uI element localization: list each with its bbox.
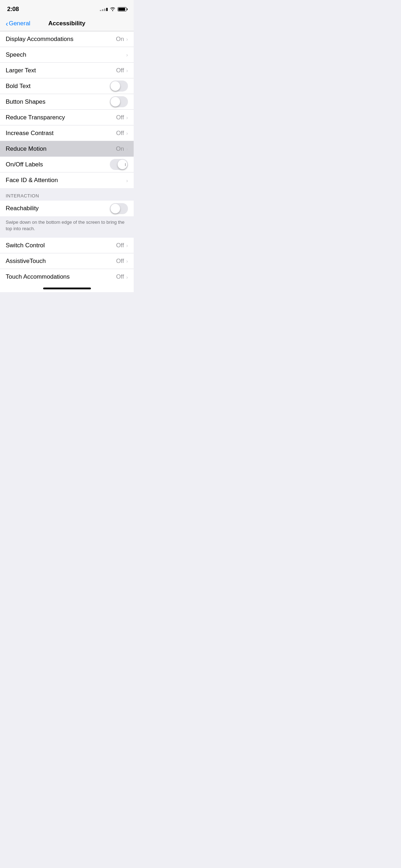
interaction-section-label: INTERACTION (6, 193, 39, 198)
reachability-row[interactable]: Reachability (0, 201, 134, 216)
bold-text-toggle[interactable] (110, 81, 128, 92)
larger-text-row[interactable]: Larger Text Off › (0, 63, 134, 78)
reduce-motion-right: On › (116, 145, 128, 153)
increase-contrast-right: Off › (116, 130, 128, 137)
display-accommodations-row[interactable]: Display Accommodations On › (0, 31, 134, 47)
wifi-icon (110, 7, 115, 12)
back-label: General (9, 20, 30, 27)
toggle-knob (110, 97, 120, 107)
on-off-labels-label: On/Off Labels (6, 157, 110, 172)
chevron-icon: › (126, 52, 128, 58)
speech-label: Speech (6, 47, 126, 62)
touch-accommodations-right: Off › (116, 273, 128, 280)
assistive-touch-row[interactable]: AssistiveTouch Off › (0, 253, 134, 269)
reachability-description: Swipe down on the bottom edge of the scr… (0, 216, 134, 238)
signal-icon (100, 8, 108, 11)
battery-icon (118, 7, 127, 11)
chevron-icon: › (126, 36, 128, 42)
button-shapes-toggle[interactable] (110, 96, 128, 107)
increase-contrast-row[interactable]: Increase Contrast Off › (0, 125, 134, 141)
assistive-touch-label: AssistiveTouch (6, 254, 116, 269)
chevron-icon: › (126, 67, 128, 73)
reachability-label: Reachability (6, 201, 110, 216)
on-off-labels-toggle[interactable]: I (110, 159, 128, 170)
status-icons (100, 7, 127, 12)
toggle-knob (110, 81, 120, 91)
reduce-transparency-value: Off (116, 114, 124, 121)
switch-control-value: Off (116, 242, 124, 249)
reduce-transparency-right: Off › (116, 114, 128, 121)
touch-accommodations-label: Touch Accommodations (6, 269, 116, 284)
page-title: Accessibility (48, 20, 86, 27)
speech-row[interactable]: Speech › (0, 47, 134, 63)
switch-control-row[interactable]: Switch Control Off › (0, 238, 134, 253)
display-accommodations-value: On (116, 36, 124, 43)
larger-text-right: Off › (116, 67, 128, 74)
switch-control-right: Off › (116, 242, 128, 249)
chevron-icon: › (126, 258, 128, 264)
on-off-labels-row[interactable]: On/Off Labels I (0, 157, 134, 172)
toggle-knob (110, 204, 120, 213)
display-accommodations-right: On › (116, 36, 128, 43)
bold-text-row[interactable]: Bold Text (0, 78, 134, 94)
touch-accommodations-row[interactable]: Touch Accommodations Off › (0, 269, 134, 285)
chevron-icon: › (126, 130, 128, 136)
reachability-toggle[interactable] (110, 203, 128, 214)
increase-contrast-value: Off (116, 130, 124, 137)
button-shapes-row[interactable]: Button Shapes (0, 94, 134, 110)
larger-text-label: Larger Text (6, 63, 116, 78)
back-chevron-icon: ‹ (6, 20, 8, 27)
touch-accommodations-value: Off (116, 273, 124, 280)
back-button[interactable]: ‹ General (3, 17, 33, 30)
assistive-touch-right: Off › (116, 258, 128, 265)
reduce-motion-row[interactable]: Reduce Motion On › (0, 141, 134, 157)
speech-right: › (126, 52, 128, 58)
chevron-icon: › (126, 114, 128, 120)
face-id-attention-right: › (126, 177, 128, 184)
face-id-attention-label: Face ID & Attention (6, 173, 126, 188)
larger-text-value: Off (116, 67, 124, 74)
increase-contrast-label: Increase Contrast (6, 126, 116, 141)
reduce-transparency-label: Reduce Transparency (6, 110, 116, 125)
face-id-attention-row[interactable]: Face ID & Attention › (0, 172, 134, 188)
button-shapes-label: Button Shapes (6, 94, 110, 109)
reduce-motion-value: On (116, 145, 124, 153)
reachability-section: Reachability (0, 201, 134, 216)
navigation-bar: ‹ General Accessibility (0, 16, 134, 31)
home-indicator-bar (43, 288, 91, 289)
assistive-touch-value: Off (116, 258, 124, 265)
status-time: 2:08 (7, 6, 19, 13)
switch-control-label: Switch Control (6, 238, 116, 253)
chevron-icon: › (126, 177, 128, 184)
chevron-icon: › (126, 274, 128, 280)
chevron-icon: › (126, 146, 128, 152)
chevron-icon: › (126, 242, 128, 248)
reduce-motion-label: Reduce Motion (6, 141, 116, 156)
vision-section: Display Accommodations On › Speech › Lar… (0, 31, 134, 188)
bold-text-label: Bold Text (6, 79, 110, 94)
home-indicator (0, 285, 134, 292)
interaction-more-section: Switch Control Off › AssistiveTouch Off … (0, 238, 134, 285)
interaction-section-header: INTERACTION (0, 188, 134, 201)
display-accommodations-label: Display Accommodations (6, 32, 116, 47)
reduce-transparency-row[interactable]: Reduce Transparency Off › (0, 110, 134, 125)
status-bar: 2:08 (0, 0, 134, 16)
